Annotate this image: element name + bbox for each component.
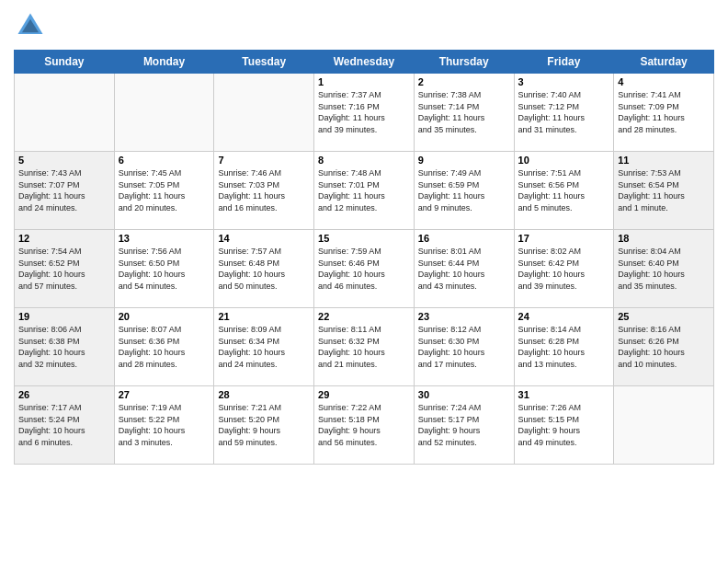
day-info: Sunrise: 7:45 AM Sunset: 7:05 PM Dayligh… (119, 167, 210, 213)
day-info: Sunrise: 7:54 AM Sunset: 6:52 PM Dayligh… (18, 246, 110, 292)
day-number: 14 (218, 233, 310, 244)
day-info: Sunrise: 7:24 AM Sunset: 5:17 PM Dayligh… (418, 402, 510, 448)
calendar-cell: 28Sunrise: 7:21 AM Sunset: 5:20 PM Dayli… (214, 386, 314, 465)
calendar-cell (15, 74, 115, 152)
day-info: Sunrise: 7:51 AM Sunset: 6:56 PM Dayligh… (518, 167, 610, 213)
calendar-cell: 4Sunrise: 7:41 AM Sunset: 7:09 PM Daylig… (614, 74, 714, 152)
weekday-header-tuesday: Tuesday (214, 51, 314, 74)
day-number: 21 (218, 311, 310, 322)
day-number: 29 (318, 389, 410, 400)
weekday-header-sunday: Sunday (15, 51, 115, 74)
calendar-cell: 19Sunrise: 8:06 AM Sunset: 6:38 PM Dayli… (15, 308, 115, 386)
calendar-cell: 12Sunrise: 7:54 AM Sunset: 6:52 PM Dayli… (15, 230, 115, 308)
calendar-cell: 6Sunrise: 7:45 AM Sunset: 7:05 PM Daylig… (114, 152, 214, 230)
calendar-cell (614, 386, 714, 465)
calendar-cell: 29Sunrise: 7:22 AM Sunset: 5:18 PM Dayli… (314, 386, 415, 465)
calendar-cell: 17Sunrise: 8:02 AM Sunset: 6:42 PM Dayli… (514, 230, 614, 308)
calendar-cell: 5Sunrise: 7:43 AM Sunset: 7:07 PM Daylig… (15, 152, 115, 230)
calendar-cell: 8Sunrise: 7:48 AM Sunset: 7:01 PM Daylig… (314, 152, 415, 230)
day-number: 30 (418, 389, 510, 400)
day-info: Sunrise: 8:04 AM Sunset: 6:40 PM Dayligh… (618, 246, 710, 292)
calendar-week-5: 26Sunrise: 7:17 AM Sunset: 5:24 PM Dayli… (15, 386, 714, 465)
day-number: 3 (518, 76, 610, 87)
calendar-cell: 21Sunrise: 8:09 AM Sunset: 6:34 PM Dayli… (214, 308, 314, 386)
day-info: Sunrise: 7:17 AM Sunset: 5:24 PM Dayligh… (18, 402, 110, 448)
day-info: Sunrise: 7:41 AM Sunset: 7:09 PM Dayligh… (618, 89, 710, 135)
day-number: 10 (518, 155, 610, 166)
day-number: 8 (318, 155, 410, 166)
day-info: Sunrise: 7:56 AM Sunset: 6:50 PM Dayligh… (119, 246, 210, 292)
day-number: 2 (418, 76, 510, 87)
day-number: 9 (418, 155, 510, 166)
logo-icon (14, 9, 47, 42)
header (14, 9, 714, 42)
day-number: 6 (119, 155, 210, 166)
weekday-header-row: SundayMondayTuesdayWednesdayThursdayFrid… (15, 51, 714, 74)
calendar-week-4: 19Sunrise: 8:06 AM Sunset: 6:38 PM Dayli… (15, 308, 714, 386)
weekday-header-friday: Friday (514, 51, 614, 74)
day-number: 31 (518, 389, 610, 400)
calendar-cell: 2Sunrise: 7:38 AM Sunset: 7:14 PM Daylig… (414, 74, 514, 152)
day-info: Sunrise: 7:48 AM Sunset: 7:01 PM Dayligh… (318, 167, 410, 213)
calendar-cell: 25Sunrise: 8:16 AM Sunset: 6:26 PM Dayli… (614, 308, 714, 386)
calendar-week-2: 5Sunrise: 7:43 AM Sunset: 7:07 PM Daylig… (15, 152, 714, 230)
day-number: 11 (618, 155, 710, 166)
day-info: Sunrise: 8:02 AM Sunset: 6:42 PM Dayligh… (518, 246, 610, 292)
calendar-cell: 27Sunrise: 7:19 AM Sunset: 5:22 PM Dayli… (114, 386, 214, 465)
calendar-cell: 18Sunrise: 8:04 AM Sunset: 6:40 PM Dayli… (614, 230, 714, 308)
weekday-header-wednesday: Wednesday (314, 51, 415, 74)
day-info: Sunrise: 8:01 AM Sunset: 6:44 PM Dayligh… (418, 246, 510, 292)
day-number: 18 (618, 233, 710, 244)
day-number: 19 (18, 311, 110, 322)
calendar-cell: 7Sunrise: 7:46 AM Sunset: 7:03 PM Daylig… (214, 152, 314, 230)
day-info: Sunrise: 7:26 AM Sunset: 5:15 PM Dayligh… (518, 402, 610, 448)
calendar-cell: 1Sunrise: 7:37 AM Sunset: 7:16 PM Daylig… (314, 74, 415, 152)
calendar-cell: 22Sunrise: 8:11 AM Sunset: 6:32 PM Dayli… (314, 308, 415, 386)
day-info: Sunrise: 8:14 AM Sunset: 6:28 PM Dayligh… (518, 324, 610, 370)
calendar-week-3: 12Sunrise: 7:54 AM Sunset: 6:52 PM Dayli… (15, 230, 714, 308)
page-container: SundayMondayTuesdayWednesdayThursdayFrid… (0, 0, 728, 469)
day-info: Sunrise: 7:53 AM Sunset: 6:54 PM Dayligh… (618, 167, 710, 213)
day-number: 12 (18, 233, 110, 244)
day-info: Sunrise: 7:21 AM Sunset: 5:20 PM Dayligh… (218, 402, 310, 448)
calendar-cell: 14Sunrise: 7:57 AM Sunset: 6:48 PM Dayli… (214, 230, 314, 308)
day-info: Sunrise: 7:40 AM Sunset: 7:12 PM Dayligh… (518, 89, 610, 135)
day-number: 22 (318, 311, 410, 322)
day-number: 28 (218, 389, 310, 400)
calendar-cell: 26Sunrise: 7:17 AM Sunset: 5:24 PM Dayli… (15, 386, 115, 465)
calendar-cell: 10Sunrise: 7:51 AM Sunset: 6:56 PM Dayli… (514, 152, 614, 230)
calendar-cell: 20Sunrise: 8:07 AM Sunset: 6:36 PM Dayli… (114, 308, 214, 386)
calendar-cell: 23Sunrise: 8:12 AM Sunset: 6:30 PM Dayli… (414, 308, 514, 386)
calendar-cell (214, 74, 314, 152)
day-info: Sunrise: 7:49 AM Sunset: 6:59 PM Dayligh… (418, 167, 510, 213)
day-number: 17 (518, 233, 610, 244)
day-info: Sunrise: 7:43 AM Sunset: 7:07 PM Dayligh… (18, 167, 110, 213)
day-info: Sunrise: 8:06 AM Sunset: 6:38 PM Dayligh… (18, 324, 110, 370)
day-info: Sunrise: 7:22 AM Sunset: 5:18 PM Dayligh… (318, 402, 410, 448)
calendar-cell: 24Sunrise: 8:14 AM Sunset: 6:28 PM Dayli… (514, 308, 614, 386)
day-info: Sunrise: 7:57 AM Sunset: 6:48 PM Dayligh… (218, 246, 310, 292)
day-number: 1 (318, 76, 410, 87)
day-number: 7 (218, 155, 310, 166)
day-number: 24 (518, 311, 610, 322)
calendar-table: SundayMondayTuesdayWednesdayThursdayFrid… (14, 50, 714, 465)
weekday-header-monday: Monday (114, 51, 214, 74)
day-number: 23 (418, 311, 510, 322)
day-number: 5 (18, 155, 110, 166)
calendar-cell: 11Sunrise: 7:53 AM Sunset: 6:54 PM Dayli… (614, 152, 714, 230)
weekday-header-saturday: Saturday (614, 51, 714, 74)
day-info: Sunrise: 8:16 AM Sunset: 6:26 PM Dayligh… (618, 324, 710, 370)
day-number: 13 (119, 233, 210, 244)
day-number: 4 (618, 76, 710, 87)
logo (14, 9, 51, 42)
day-info: Sunrise: 8:07 AM Sunset: 6:36 PM Dayligh… (119, 324, 210, 370)
calendar-cell: 13Sunrise: 7:56 AM Sunset: 6:50 PM Dayli… (114, 230, 214, 308)
calendar-cell: 16Sunrise: 8:01 AM Sunset: 6:44 PM Dayli… (414, 230, 514, 308)
calendar-cell (114, 74, 214, 152)
day-number: 26 (18, 389, 110, 400)
day-number: 20 (119, 311, 210, 322)
day-info: Sunrise: 8:12 AM Sunset: 6:30 PM Dayligh… (418, 324, 510, 370)
calendar-cell: 9Sunrise: 7:49 AM Sunset: 6:59 PM Daylig… (414, 152, 514, 230)
day-info: Sunrise: 7:19 AM Sunset: 5:22 PM Dayligh… (119, 402, 210, 448)
day-info: Sunrise: 7:38 AM Sunset: 7:14 PM Dayligh… (418, 89, 510, 135)
